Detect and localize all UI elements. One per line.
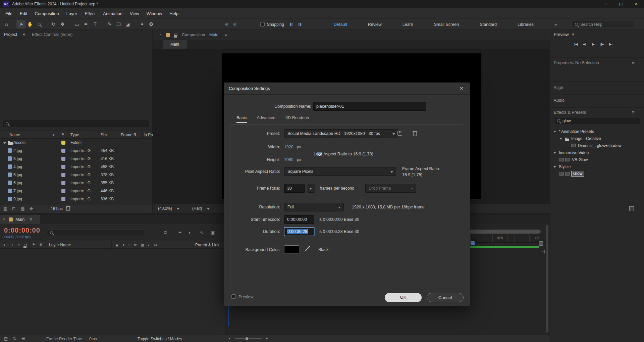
column-layer-name[interactable]: Layer Name (49, 243, 71, 247)
composition-name-input[interactable]: placeholder-01 (313, 102, 426, 111)
comp-marker-bin-icon[interactable] (539, 241, 543, 246)
tab-main-composition[interactable]: Main (163, 40, 187, 49)
audio-icon[interactable]: ♪ (11, 243, 13, 247)
label-column-icon[interactable]: ⚑ (32, 243, 35, 246)
label-color-chip[interactable] (61, 165, 65, 169)
frame-rate-preset-dropdown[interactable] (308, 184, 315, 193)
timeline-scrollbar[interactable] (546, 225, 548, 333)
tree-item-immersive-video[interactable]: Immersive Video (550, 149, 644, 156)
sort-ascending-icon[interactable]: ▲ (52, 133, 55, 136)
zoom-out-mountain-icon[interactable]: ▲ (228, 337, 230, 339)
label-color-chip[interactable] (61, 149, 65, 153)
close-panel-icon[interactable]: × (3, 217, 5, 222)
lock-icon[interactable] (174, 35, 177, 38)
mask-visibility-icon[interactable]: ◧ (289, 22, 293, 27)
layer-switches-pane-icon[interactable]: ▤ (4, 336, 8, 341)
menu-view[interactable]: View (126, 8, 143, 19)
menu-layer[interactable]: Layer (63, 8, 81, 19)
rectangle-tool-icon[interactable]: ▭ (72, 20, 82, 29)
type-tool-icon[interactable]: T (91, 20, 100, 29)
tree-item-stylize[interactable]: Stylize (550, 163, 644, 170)
orbit-tool-icon[interactable]: ↻ (49, 20, 58, 29)
home-tool-icon[interactable]: ⌂ (2, 20, 11, 29)
motion-blur-switch-icon[interactable]: ◐ (148, 243, 150, 247)
bit-depth-button[interactable]: 16 bpc (47, 206, 66, 211)
current-timecode[interactable]: 0:00:00:00 (4, 227, 40, 234)
zoom-in-mountain-icon[interactable]: ▲ (265, 336, 269, 340)
pen-tool-icon[interactable]: ✒ (82, 20, 91, 29)
effects-switch-icon[interactable]: fx (134, 243, 137, 247)
in-out-pane-icon[interactable]: ☰ (21, 336, 25, 341)
effects-panel-menu-icon[interactable]: ≡ (632, 110, 635, 115)
background-color-swatch[interactable] (284, 245, 299, 253)
quality-switch-icon[interactable]: \ (128, 243, 129, 247)
resolution-dropdown[interactable]: Full (284, 203, 344, 211)
tab-advanced[interactable]: Advanced (257, 115, 276, 123)
minimize-button[interactable]: – (598, 0, 613, 8)
table-row-9jpg[interactable]: 9.jpg Importe...G 636 KB (0, 195, 152, 203)
workspace-small-screen[interactable]: Small Screen (434, 22, 459, 27)
last-frame-button[interactable]: ▶| (607, 41, 615, 48)
hand-tool-icon[interactable]: ✋ (25, 20, 35, 29)
table-row-7jpg[interactable]: 7.jpg Importe...G 446 KB (0, 187, 152, 195)
workspace-review[interactable]: Review (368, 22, 382, 27)
table-row-4jpg[interactable]: 4.jpg Importe...G 458 KB (0, 163, 152, 171)
tab-project[interactable]: Project (4, 32, 17, 37)
interpret-footage-icon[interactable]: ▥ (3, 206, 7, 211)
project-search-input[interactable] (3, 120, 149, 127)
menu-window[interactable]: Window (143, 8, 166, 19)
grid-visibility-icon[interactable]: ◨ (298, 22, 302, 27)
tab-effect-controls[interactable]: Effect Controls (none) (32, 32, 72, 37)
label-color-chip[interactable] (61, 189, 65, 193)
label-color-chip[interactable] (61, 197, 65, 201)
column-frame-rate[interactable]: Frame R... (121, 133, 140, 137)
start-timecode-input[interactable]: 0:00:00:00 (284, 215, 314, 224)
next-frame-button[interactable]: |▶ (598, 41, 606, 48)
close-panel-icon[interactable]: × (159, 33, 162, 37)
pan-behind-tool-icon[interactable]: ✥ (58, 20, 67, 29)
label-column-icon[interactable]: ⚑ (61, 133, 64, 136)
workspace-standard[interactable]: Standard (480, 22, 497, 27)
viewer-panel-menu-icon[interactable]: ≡ (225, 32, 227, 37)
draft-3d-icon[interactable]: ▣ (211, 230, 215, 235)
frame-blend-switch-icon[interactable]: ▦ (141, 243, 144, 247)
table-row-3jpg[interactable]: 3.jpg Importe...G 416 KB (0, 155, 152, 163)
clone-stamp-tool-icon[interactable]: ❏ (114, 20, 123, 29)
frame-rate-input[interactable]: 30 (284, 184, 305, 193)
menu-effect[interactable]: Effect (81, 8, 99, 19)
timeline-panel-menu-icon[interactable]: ≡ (30, 217, 32, 222)
dialog-close-icon[interactable]: ✕ (460, 86, 464, 91)
menu-animation[interactable]: Animation (99, 8, 126, 19)
toggle-switches-modes-button[interactable]: Toggle Switches / Modes (138, 337, 182, 341)
snap-grid-icon[interactable]: ⊕ (225, 22, 228, 27)
snap-guide-icon[interactable]: ⊛ (233, 22, 236, 27)
label-color-chip[interactable] (61, 173, 65, 177)
eyedropper-icon[interactable] (305, 246, 310, 251)
column-type[interactable]: Type (70, 133, 79, 137)
drag-panel-corner-icon[interactable] (629, 206, 634, 211)
tree-item-vr-glow[interactable]: VR Glow (550, 156, 644, 163)
save-preset-icon[interactable] (397, 131, 402, 136)
zoom-slider-handle[interactable] (246, 337, 248, 340)
brush-tool-icon[interactable]: ✎ (105, 20, 114, 29)
eraser-tool-icon[interactable]: ◪ (123, 20, 132, 29)
label-color-chip[interactable] (61, 157, 65, 161)
audio-section[interactable]: Audio (550, 95, 644, 107)
lock-icon[interactable] (23, 246, 26, 248)
adjust-icon[interactable]: ✥ (30, 206, 33, 211)
roto-brush-tool-icon[interactable]: ✦ (138, 20, 147, 29)
table-row-6jpg[interactable]: 6.jpg Importe...G 355 KB (0, 179, 152, 187)
effects-search-input[interactable]: glow (554, 117, 640, 124)
preset-dropdown[interactable]: Social Media Landscape HD · 1920x1080 · … (284, 129, 398, 138)
height-value[interactable]: 1080 (284, 157, 293, 162)
width-value[interactable]: 1920 (284, 145, 293, 149)
collapse-switch-icon[interactable]: ✦ (122, 243, 125, 247)
project-panel-menu-icon[interactable]: ≡ (23, 32, 25, 37)
workspace-default[interactable]: Default (334, 22, 347, 27)
close-button[interactable]: ✕ (629, 0, 644, 8)
delete-preset-icon[interactable] (413, 132, 417, 136)
graph-editor-icon[interactable]: ∿ (200, 230, 204, 235)
shy-switch-icon[interactable]: ♣ (116, 243, 118, 247)
previous-frame-button[interactable]: ◀| (581, 41, 589, 48)
solo-icon[interactable]: ○ (17, 243, 20, 247)
